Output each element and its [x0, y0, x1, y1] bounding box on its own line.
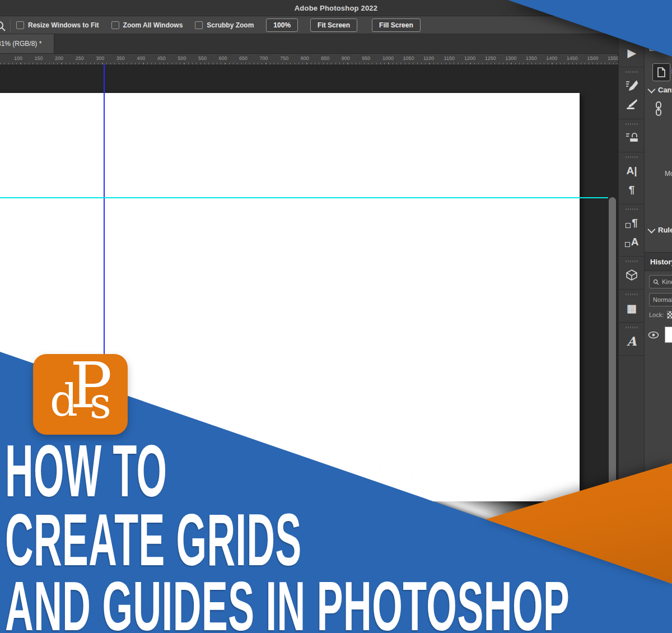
blue-corner-triangle	[0, 0, 672, 633]
corner-triangle-wrap	[0, 0, 672, 633]
dps-logo: d P s	[33, 354, 128, 435]
logo-letter-s: s	[90, 382, 111, 425]
promo-graphic: Adobe Photoshop 2022 Resize Windows to F…	[0, 0, 672, 633]
